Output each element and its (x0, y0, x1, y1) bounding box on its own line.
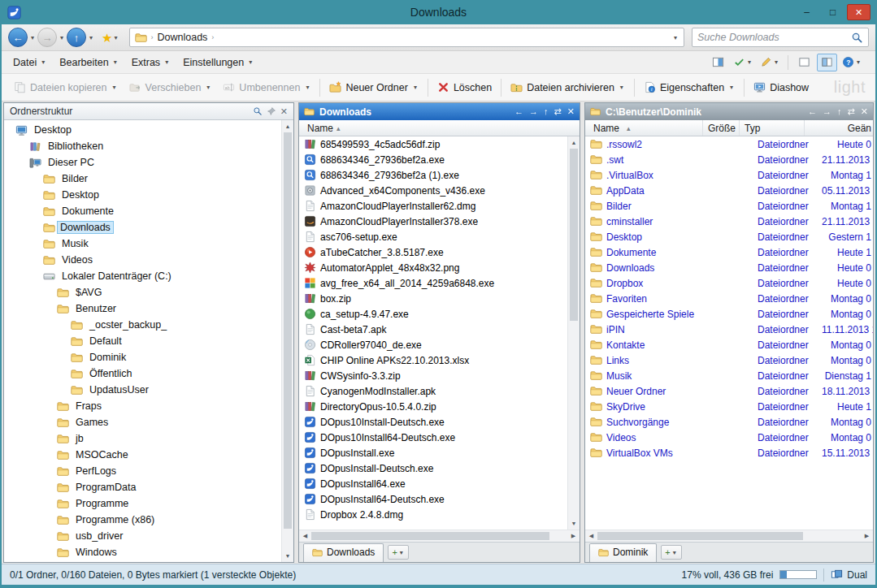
edit-mode-button[interactable]: ▾ (758, 54, 782, 71)
tab-dominik[interactable]: Dominik (589, 543, 657, 562)
folder-row[interactable]: VideosDateiordnerMontag 0 (585, 430, 873, 445)
file-list-vertical-scrollbar[interactable]: ▲ ▼ (567, 136, 580, 530)
file-display-header-inactive[interactable]: C:\Benutzer\Dominik ←→↑⇄✕ (585, 103, 873, 120)
file-display-header-active[interactable]: Downloads ←→↑⇄✕ (299, 103, 580, 120)
search-icon[interactable] (253, 106, 263, 116)
add-tab-button[interactable]: + ▾ (661, 545, 681, 560)
folder-row[interactable]: .swtDateiordner21.11.2013 1 (585, 152, 873, 167)
file-row[interactable]: DirectoryOpus-10.5.4.0.zip (299, 399, 567, 414)
up-button[interactable]: ↑ (544, 106, 549, 117)
file-row[interactable]: Advanced_x64Components_v436.exe (299, 183, 567, 198)
tree-item-fraps[interactable]: Fraps (4, 398, 281, 414)
back-button[interactable]: ← (808, 106, 817, 117)
tree-item-ocster-backup[interactable]: _ocster_backup_ (4, 317, 281, 333)
tree-item-musik[interactable]: Musik (4, 236, 281, 252)
chevron-down-icon[interactable]: ▾ (205, 84, 211, 91)
file-row[interactable]: box.zip (299, 291, 567, 306)
favorites-button[interactable]: ★ ▾ (99, 30, 121, 45)
forward-button[interactable]: → (37, 28, 57, 47)
forward-button[interactable]: → (823, 106, 831, 117)
swap-button[interactable]: ⇄ (848, 106, 855, 117)
tree-item-msocache[interactable]: MSOCache (4, 447, 281, 463)
file-row[interactable]: AutomatorApplet_48x48x32.png (299, 260, 567, 275)
help-button[interactable]: ?▾ (840, 54, 864, 71)
chevron-down-icon[interactable]: ▾ (111, 84, 118, 91)
layout-mode-indicator[interactable]: Dual (831, 569, 867, 581)
forward-dropdown-icon[interactable]: ▾ (59, 34, 65, 41)
folder-list-horizontal-scrollbar[interactable]: ◀ ▶ (585, 530, 873, 542)
forward-button[interactable]: → (529, 106, 538, 117)
scrollbar-thumb[interactable] (597, 532, 803, 540)
column-type[interactable]: Typ (740, 120, 805, 136)
file-row[interactable]: DOpusInstall-Deutsch.exe (299, 460, 567, 476)
folder-row[interactable]: DokumenteDateiordnerHeute 1 (585, 244, 873, 260)
scroll-down-button[interactable]: ▼ (568, 517, 580, 530)
folder-row[interactable]: BilderDateiordnerMontag 1 (585, 198, 873, 214)
tree-item-desktop[interactable]: Desktop (4, 122, 281, 138)
scrollbar-thumb[interactable] (284, 132, 292, 529)
file-row[interactable]: AmazonCloudPlayerInstaller378.exe (299, 214, 567, 229)
folder-row[interactable]: AppDataDateiordner05.11.2013 1 (585, 183, 873, 198)
column-name[interactable]: Name (307, 123, 333, 134)
dual-display-button[interactable] (817, 54, 837, 71)
up-button[interactable]: ↑ (837, 106, 842, 117)
scroll-right-button[interactable]: ▶ (861, 530, 873, 542)
file-row[interactable]: DOpus10Install64-Deutsch.exe (299, 430, 567, 445)
minimize-button[interactable]: – (795, 4, 818, 20)
breadcrumb-item-downloads[interactable]: Downloads (158, 32, 208, 43)
scroll-left-button[interactable]: ◀ (585, 530, 597, 542)
folder-row[interactable]: DropboxDateiordnerHeute 0 (585, 275, 873, 291)
toolbar-button-dateien-archivieren[interactable]: Dateien archivieren▾ (505, 78, 631, 97)
scroll-down-button[interactable]: ▼ (282, 550, 293, 562)
file-row[interactable]: DOpusInstall64-Deutsch.exe (299, 491, 567, 507)
tree-item-updatususer[interactable]: UpdatusUser (4, 382, 281, 398)
toolbar-button-umbenennen[interactable]: abUmbenennen▾ (217, 78, 316, 97)
folder-row[interactable]: Gespeicherte SpieleDateiordnerMontag 0 (585, 306, 873, 322)
viewer-pane-button[interactable] (708, 54, 728, 71)
scroll-left-button[interactable]: ◀ (299, 530, 311, 542)
column-header-row[interactable]: Name ▴ (299, 120, 580, 136)
search-icon[interactable] (851, 32, 863, 44)
column-name[interactable]: Name ▴ (585, 120, 703, 136)
folder-row[interactable]: LinksDateiordnerMontag 0 (585, 352, 873, 368)
toolbar-button-dateien-kopieren[interactable]: Dateien kopieren▾ (8, 78, 124, 97)
tree-vertical-scrollbar[interactable]: ▲ ▼ (281, 120, 293, 562)
folder-row[interactable]: DesktopDateiordnerGestern 1 (585, 229, 873, 244)
tree-item-öffentlich[interactable]: Öffentlich (4, 365, 281, 382)
scrollbar-thumb[interactable] (570, 149, 578, 321)
titlebar[interactable]: Downloads – □ ✕ (2, 0, 875, 24)
tree-item-lokaler-datenträger-c[interactable]: Lokaler Datenträger (C:) (4, 268, 281, 284)
back-dropdown-icon[interactable]: ▾ (29, 34, 36, 41)
tree-item-programme-x86[interactable]: Programme (x86) (4, 512, 281, 528)
tab-downloads[interactable]: Downloads (303, 543, 384, 562)
column-size[interactable]: Größe (703, 120, 740, 136)
search-box[interactable] (692, 28, 869, 47)
toolbar-button-neuer-ordner[interactable]: Neuer Ordner▾ (323, 78, 423, 97)
toolbar-button-eigenschaften[interactable]: iEigenschaften▾ (638, 78, 740, 97)
tree-item-programdata[interactable]: ProgramData (4, 479, 281, 495)
tree-item-perflogs[interactable]: PerfLogs (4, 463, 281, 479)
maximize-button[interactable]: □ (821, 4, 844, 20)
file-row[interactable]: AmazonCloudPlayerInstaller62.dmg (299, 198, 567, 214)
select-check-button[interactable]: ▾ (731, 54, 755, 71)
tree-item-games[interactable]: Games (4, 414, 281, 430)
tree-item-windows[interactable]: Windows (4, 544, 281, 560)
chevron-down-icon[interactable]: ▾ (304, 84, 310, 91)
breadcrumb-dropdown-icon[interactable]: ▾ (672, 34, 679, 41)
file-row[interactable]: Cast-beta7.apk (299, 322, 567, 337)
swap-button[interactable]: ⇄ (554, 106, 562, 117)
toolbar-button-verschieben[interactable]: Verschieben▾ (124, 78, 218, 97)
tree-item-bilder[interactable]: Bilder (4, 171, 281, 187)
scroll-right-button[interactable]: ▶ (567, 530, 580, 542)
file-row[interactable]: 688634346_27936bef2a (1).exe (299, 167, 567, 183)
scroll-up-button[interactable]: ▲ (282, 120, 293, 132)
file-row[interactable]: aTubeCatcher_3.8.5187.exe (299, 244, 567, 260)
back-button[interactable]: ← (8, 28, 28, 47)
tree-item-downloads[interactable]: Downloads (4, 219, 281, 236)
tree-item-dieser-pc[interactable]: Dieser PC (4, 154, 281, 171)
close-button[interactable]: ✕ (847, 4, 870, 20)
tree-item-dokumente[interactable]: Dokumente (4, 203, 281, 219)
folder-row[interactable]: SkyDriveDateiordnerHeute 1 (585, 399, 873, 414)
tree-item-dominik[interactable]: Dominik (4, 349, 281, 365)
folder-row[interactable]: Neuer OrdnerDateiordner18.11.2013 1 (585, 383, 873, 399)
